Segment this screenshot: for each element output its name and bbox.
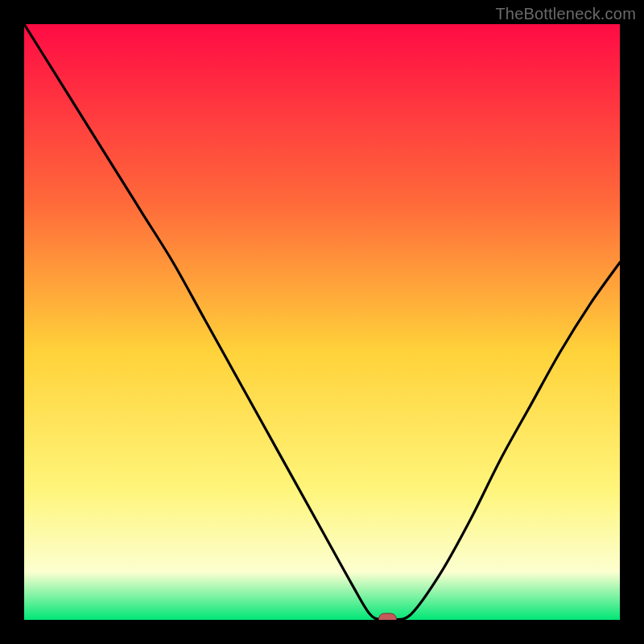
optimal-marker [378, 613, 396, 620]
watermark-text: TheBottleneck.com [495, 5, 636, 23]
bottleneck-chart [24, 24, 620, 620]
chart-frame: TheBottleneck.com [0, 0, 644, 644]
plot-area [24, 24, 620, 620]
